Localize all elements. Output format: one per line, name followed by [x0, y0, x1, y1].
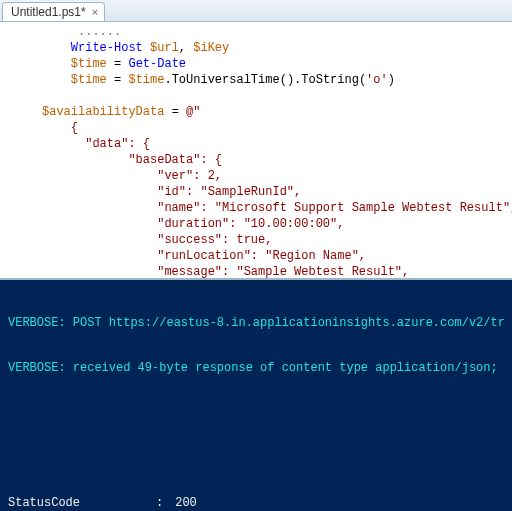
code-line[interactable]: 13 "ver": 2,: [0, 168, 512, 184]
output-value: 200: [168, 496, 508, 511]
code-line[interactable]: 15 "name": "Microsoft Support Sample Web…: [0, 200, 512, 216]
code-line[interactable]: 7 $time = $time.ToUniversalTime().ToStri…: [0, 72, 512, 88]
code-text[interactable]: "message": "Sample Webtest Result",: [42, 264, 512, 280]
output-console[interactable]: VERBOSE: POST https://eastus-8.in.applic…: [0, 280, 512, 511]
output-label: StatusCode: [8, 496, 156, 511]
code-line[interactable]: 18 "runLocation": "Region Name",: [0, 248, 512, 264]
code-text[interactable]: "id": "SampleRunId",: [42, 184, 512, 200]
file-tab[interactable]: Untitled1.ps1* ×: [2, 2, 105, 21]
code-line[interactable]: 10 {: [0, 120, 512, 136]
tab-title: Untitled1.ps1*: [11, 5, 86, 19]
code-line[interactable]: 17 "success": true,: [0, 232, 512, 248]
code-text[interactable]: "data": {: [42, 136, 512, 152]
verbose-line: VERBOSE: received 49-byte response of co…: [8, 361, 508, 376]
code-line[interactable]: 8: [0, 88, 512, 104]
code-text[interactable]: Write-Host $url, $iKey: [42, 40, 512, 56]
code-text[interactable]: $time = $time.ToUniversalTime().ToString…: [42, 72, 512, 88]
tab-bar: Untitled1.ps1* ×: [0, 0, 512, 22]
code-line[interactable]: 12 "baseData": {: [0, 152, 512, 168]
code-line[interactable]: 14 "id": "SampleRunId",: [0, 184, 512, 200]
code-text[interactable]: {: [42, 120, 512, 136]
code-text[interactable]: "success": true,: [42, 232, 512, 248]
verbose-line: VERBOSE: POST https://eastus-8.in.applic…: [8, 316, 508, 331]
code-line[interactable]: 5 Write-Host $url, $iKey: [0, 40, 512, 56]
code-line[interactable]: 9⊟$availabilityData = @": [0, 104, 512, 120]
code-text[interactable]: [42, 88, 512, 104]
code-text[interactable]: "name": "Microsoft Support Sample Webtes…: [42, 200, 512, 216]
code-line[interactable]: 16 "duration": "10.00:00:00",: [0, 216, 512, 232]
code-text[interactable]: "ver": 2,: [42, 168, 512, 184]
code-text[interactable]: "runLocation": "Region Name",: [42, 248, 512, 264]
colon: :: [156, 496, 168, 511]
code-text[interactable]: "duration": "10.00:00:00",: [42, 216, 512, 232]
code-text[interactable]: ......: [42, 24, 512, 40]
code-line[interactable]: 11 "data": {: [0, 136, 512, 152]
close-icon[interactable]: ×: [92, 7, 98, 18]
code-text[interactable]: $time = Get-Date: [42, 56, 512, 72]
code-text[interactable]: "baseData": {: [42, 152, 512, 168]
output-row: StatusCode: 200: [8, 496, 508, 511]
code-line[interactable]: 19 "message": "Sample Webtest Result",: [0, 264, 512, 280]
code-line[interactable]: 4 ......: [0, 24, 512, 40]
script-editor[interactable]: 4 ......5 Write-Host $url, $iKey6 $time …: [0, 22, 512, 280]
code-text[interactable]: $availabilityData = @": [42, 104, 512, 120]
code-line[interactable]: 6 $time = Get-Date: [0, 56, 512, 72]
